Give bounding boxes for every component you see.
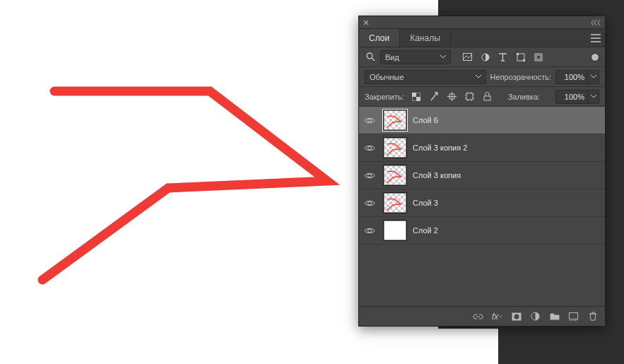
opacity-value: 100% [565, 73, 584, 81]
svg-rect-5 [523, 59, 525, 61]
canvas-overflow [438, 329, 498, 364]
visibility-eye-icon[interactable] [362, 227, 377, 235]
layer-mask-icon[interactable] [511, 311, 522, 322]
tab-label: Каналы [410, 33, 440, 43]
adjustment-layer-icon[interactable] [530, 311, 541, 322]
visibility-eye-icon[interactable] [362, 199, 377, 207]
collapse-panel-icon[interactable] [591, 19, 601, 26]
opacity-label: Непрозрачность: [490, 73, 551, 81]
lock-row: Закрепить: Заливка: 100% [359, 87, 605, 107]
tab-layers[interactable]: Слои [359, 29, 400, 47]
fill-label: Заливка: [508, 93, 540, 101]
svg-rect-12 [484, 96, 490, 100]
fill-value: 100% [565, 93, 584, 101]
blend-mode-row: Обычные Непрозрачность: 100% [359, 67, 605, 87]
layer-list[interactable]: Слой 6Слой 3 копия 2Слой 3 копияСлой 3Сл… [359, 107, 605, 306]
filter-toggle-switch[interactable] [591, 53, 599, 61]
layer-row[interactable]: Слой 3 копия [359, 162, 605, 189]
lock-label: Закрепить: [365, 93, 404, 101]
svg-point-14 [368, 146, 372, 150]
layer-thumbnail[interactable] [383, 137, 407, 158]
svg-point-19 [514, 314, 519, 319]
delete-layer-icon[interactable] [587, 311, 598, 322]
layer-row[interactable]: Слой 6 [359, 107, 605, 134]
visibility-eye-icon[interactable] [362, 144, 377, 152]
svg-rect-21 [570, 312, 578, 319]
panel-footer: fx [359, 306, 605, 326]
panel-titlebar[interactable] [359, 16, 605, 29]
tab-channels[interactable]: Каналы [400, 29, 451, 47]
chevron-down-icon [436, 55, 446, 59]
svg-point-17 [368, 229, 372, 233]
layer-row[interactable]: Слой 3 [359, 189, 605, 217]
layer-name[interactable]: Слой 3 копия [413, 171, 461, 180]
layer-row[interactable]: Слой 2 [359, 217, 605, 245]
filter-kind-select[interactable]: Вид [380, 50, 451, 64]
filter-type-icon[interactable] [498, 52, 508, 62]
svg-rect-9 [416, 97, 420, 101]
svg-point-13 [368, 119, 372, 122]
layer-row[interactable]: Слой 3 копия 2 [359, 134, 605, 162]
new-layer-icon[interactable] [568, 311, 579, 322]
layer-group-icon[interactable] [549, 311, 560, 322]
fill-input[interactable]: 100% [555, 90, 588, 104]
filter-type-icons [462, 52, 543, 62]
visibility-eye-icon[interactable] [362, 172, 377, 180]
search-icon [365, 52, 376, 63]
layer-name[interactable]: Слой 3 [413, 199, 438, 207]
layer-name[interactable]: Слой 6 [413, 116, 438, 124]
chevron-down-icon [471, 75, 481, 78]
filter-pixel-icon[interactable] [462, 52, 473, 62]
svg-rect-11 [466, 93, 473, 100]
panel-tabs: Слои Каналы [359, 29, 605, 47]
filter-adjustment-icon[interactable] [480, 52, 490, 62]
layers-panel: Слои Каналы Вид Обычные [358, 16, 606, 327]
close-icon[interactable] [363, 20, 369, 25]
tab-label: Слои [369, 33, 389, 43]
layer-thumbnail[interactable] [383, 192, 407, 213]
svg-rect-4 [517, 53, 519, 55]
layer-filter-row: Вид [359, 47, 605, 67]
blend-mode-select[interactable]: Обычные [365, 70, 486, 84]
opacity-input[interactable]: 100% [555, 70, 588, 84]
panel-menu-icon[interactable] [587, 29, 605, 47]
lock-transparency-icon[interactable] [411, 91, 422, 102]
svg-point-0 [367, 53, 372, 59]
visibility-eye-icon[interactable] [362, 117, 377, 124]
filter-shape-icon[interactable] [515, 52, 526, 62]
lock-image-icon[interactable] [429, 91, 440, 102]
lock-position-icon[interactable] [447, 91, 457, 102]
svg-rect-7 [536, 55, 541, 59]
link-layers-icon[interactable] [473, 311, 483, 322]
svg-point-16 [368, 201, 372, 205]
lock-artboard-icon[interactable] [464, 91, 475, 102]
svg-rect-8 [412, 93, 416, 97]
opacity-chevron[interactable] [588, 70, 599, 84]
layer-style-icon[interactable]: fx [492, 311, 502, 322]
layer-name[interactable]: Слой 2 [413, 226, 438, 235]
layer-thumbnail[interactable] [383, 110, 407, 131]
layer-name[interactable]: Слой 3 копия 2 [413, 143, 467, 152]
layer-thumbnail[interactable] [383, 165, 407, 186]
lock-all-icon[interactable] [482, 91, 493, 102]
filter-smartobject-icon[interactable] [533, 52, 543, 62]
svg-point-15 [368, 174, 372, 177]
layer-thumbnail[interactable] [383, 220, 407, 241]
select-value: Вид [385, 53, 399, 61]
select-value: Обычные [370, 73, 404, 81]
fill-chevron[interactable] [588, 90, 599, 104]
